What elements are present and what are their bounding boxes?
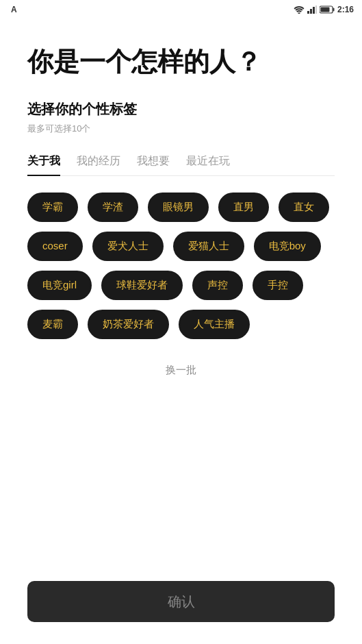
tab-recently-playing[interactable]: 最近在玩	[186, 154, 230, 175]
wifi-icon	[294, 5, 305, 14]
tag-naicha[interactable]: 奶茶爱好者	[88, 310, 169, 339]
tag-qiuxie[interactable]: 球鞋爱好者	[101, 271, 183, 300]
signal-icon	[307, 5, 317, 14]
tag-aimao[interactable]: 爱猫人士	[173, 232, 244, 261]
tag-xueba[interactable]: 学霸	[27, 193, 78, 222]
battery-icon	[320, 5, 335, 14]
tag-dianjingboy[interactable]: 电竞boy	[254, 232, 321, 261]
svg-rect-6	[333, 8, 334, 12]
tag-xuezha[interactable]: 学渣	[88, 193, 138, 222]
tag-renqizhibo[interactable]: 人气主播	[179, 310, 250, 339]
refresh-area: 换一批	[27, 364, 335, 377]
confirm-button[interactable]: 确认	[27, 581, 335, 622]
tab-my-experience[interactable]: 我的经历	[77, 154, 120, 175]
tag-zhinv[interactable]: 直女	[279, 193, 329, 222]
tag-zhinan[interactable]: 直男	[218, 193, 269, 222]
tabs-container: 关于我 我的经历 我想要 最近在玩	[27, 154, 335, 176]
confirm-area: 确认	[0, 570, 362, 644]
svg-rect-2	[310, 9, 312, 14]
tag-yanjingnan[interactable]: 眼镜男	[148, 193, 209, 222]
svg-rect-7	[320, 8, 329, 12]
refresh-button[interactable]: 换一批	[166, 364, 196, 377]
section-subtitle: 最多可选择10个	[27, 123, 335, 135]
section-title: 选择你的个性标签	[27, 100, 335, 119]
svg-point-0	[298, 12, 300, 14]
tab-about-me[interactable]: 关于我	[27, 154, 60, 175]
status-bar: A 2:16	[0, 0, 362, 19]
tab-i-want[interactable]: 我想要	[137, 154, 170, 175]
page-title: 你是一个怎样的人？	[27, 47, 335, 78]
tag-aiqu[interactable]: 爱犬人士	[92, 232, 164, 261]
tags-container: 学霸学渣眼镜男直男直女coser爱犬人士爱猫人士电竞boy电竞girl球鞋爱好者…	[27, 193, 335, 339]
app-icon: A	[11, 5, 17, 14]
main-content: 你是一个怎样的人？ 选择你的个性标签 最多可选择10个 关于我 我的经历 我想要…	[0, 19, 362, 377]
tag-shoukong[interactable]: 手控	[253, 271, 303, 300]
svg-rect-1	[307, 11, 309, 14]
tag-coser[interactable]: coser	[27, 232, 83, 261]
status-right: 2:16	[294, 5, 354, 14]
tag-shengkong[interactable]: 声控	[192, 271, 243, 300]
svg-rect-4	[315, 5, 317, 14]
tag-maba[interactable]: 麦霸	[27, 310, 78, 339]
time-display: 2:16	[337, 5, 354, 14]
tag-diangjinggirl[interactable]: 电竞girl	[27, 271, 92, 300]
svg-rect-3	[313, 7, 315, 14]
